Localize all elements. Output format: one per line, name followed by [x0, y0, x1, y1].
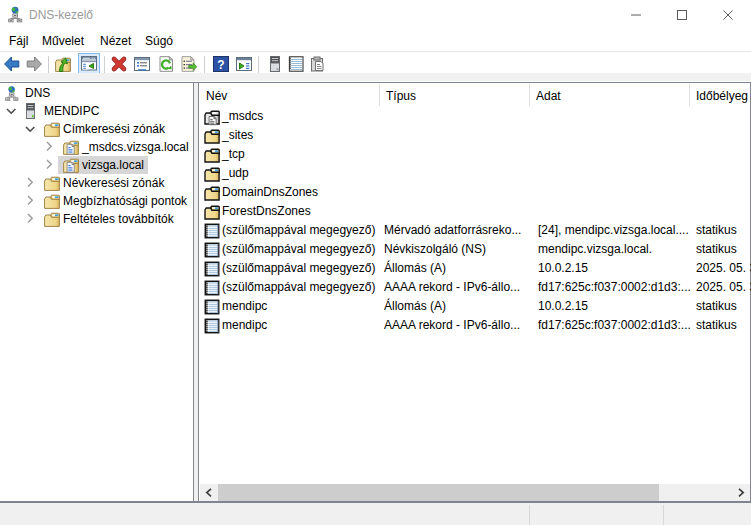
- svg-text:?: ?: [217, 58, 224, 72]
